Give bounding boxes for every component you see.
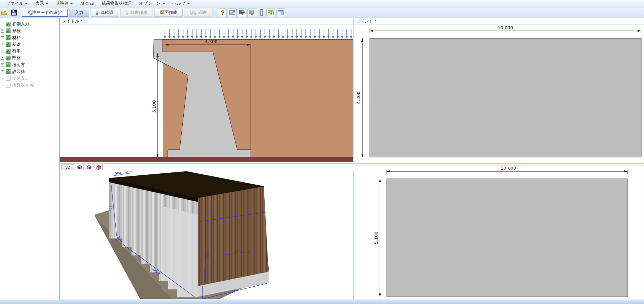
checkbox-checked-icon[interactable] <box>6 49 11 54</box>
tree-item-label: 基礎 <box>12 42 21 48</box>
load-arrows <box>163 29 353 39</box>
menu-ai-chat-label: AI Chat <box>80 1 95 6</box>
comment-bar: コメント： <box>354 18 644 24</box>
checkbox-unchecked-icon <box>6 76 11 81</box>
mode-button-group: 処理モードの選択 入力 計算確認 計算書作成 図面作成 設計調書 <box>21 8 214 17</box>
menu-bar: ファイル 表示 基準値 AI Chat 成果物形状検証 オプション ヘルプ <box>0 0 644 7</box>
window-layout-icon[interactable] <box>276 8 285 17</box>
menu-view-label: 表示 <box>35 1 44 6</box>
menu-ai-chat[interactable]: AI Chat <box>77 1 98 7</box>
tree-item-label: 全体安定 <box>12 76 29 81</box>
dim-arrow-down <box>379 293 381 297</box>
expand-plus-icon[interactable] <box>1 63 4 66</box>
mode-calc-check-button[interactable]: 計算確認 <box>90 9 119 17</box>
dim-text-width: 10.000 <box>501 166 516 171</box>
tree-stub <box>1 78 4 79</box>
tree-item-allowable[interactable]: 許容値 <box>0 68 59 75</box>
soil-surface-line <box>163 39 353 40</box>
tree-item-load[interactable]: 荷重 <box>0 48 59 55</box>
save-icon[interactable] <box>10 8 18 17</box>
expand-plus-icon[interactable] <box>1 50 4 53</box>
help-icon[interactable]: ? <box>218 8 227 17</box>
chevron-down-icon <box>45 3 48 4</box>
svg-text:700: 700 <box>203 271 207 277</box>
open-icon[interactable] <box>1 8 9 17</box>
tree-item-label: 形状 <box>12 28 21 34</box>
tree-stub <box>1 85 4 86</box>
chevron-down-icon <box>25 3 28 4</box>
checkbox-checked-icon[interactable] <box>6 22 11 26</box>
checkbox-checked-icon[interactable] <box>6 56 11 60</box>
dim-arrow-left <box>387 170 390 172</box>
menu-file[interactable]: ファイル <box>3 0 31 7</box>
hatch-edit-icon[interactable] <box>247 8 256 17</box>
mode-select-button[interactable]: 処理モードの選択 <box>22 9 68 17</box>
tree-item-overall-stability: 全体安定 <box>0 75 59 82</box>
menu-shape-verification-label: 成果物形状検証 <box>102 1 132 6</box>
dim-text-width: 10.000 <box>498 25 513 30</box>
expand-plus-icon[interactable] <box>1 36 4 39</box>
tree-item-shape[interactable]: 形状 <box>0 27 59 34</box>
dim-text-height: 5.100 <box>152 100 157 113</box>
color-palette-edit-icon[interactable] <box>238 8 246 17</box>
cube-left-face-red-icon[interactable] <box>76 164 84 170</box>
plan-bottom-drawing: 10.000 5.100 <box>354 166 644 300</box>
checkbox-unchecked-icon <box>6 83 11 88</box>
mode-report-button: 計算書作成 <box>120 9 153 17</box>
soil-wood-face <box>198 186 268 286</box>
dim-text-height: 5.100 <box>374 231 379 244</box>
tree-item-member[interactable]: 部材 <box>0 55 59 61</box>
plan-top-canvas[interactable]: 10.000 4.300 <box>354 24 644 164</box>
dim-arrow-right <box>624 170 627 172</box>
ruler-icon[interactable] <box>257 8 265 17</box>
mode-input-button[interactable]: 入力 <box>69 9 89 17</box>
expand-plus-icon[interactable] <box>1 43 4 46</box>
menu-options[interactable]: オプション <box>136 0 168 7</box>
dim-arrow-right <box>638 30 641 32</box>
table-glyph <box>268 10 274 15</box>
expand-plus-icon[interactable] <box>1 30 4 33</box>
tree-item-improvement-depth: 改良深さ,幅 <box>0 82 59 89</box>
checkbox-checked-icon[interactable] <box>6 35 11 40</box>
section-view-canvas[interactable]: 4.300 5.100 <box>60 24 354 164</box>
checkbox-checked-icon[interactable] <box>6 28 11 33</box>
mode-drawing-button[interactable]: 図面作成 <box>154 9 183 17</box>
plan-bottom-canvas[interactable]: 10.000 5.100 <box>354 166 644 300</box>
navigation-tree: 初期入力 形状 材料 基礎 荷重 部材 考え方 許容値 全体安定 改良深さ,幅 <box>0 18 60 300</box>
table-icon[interactable] <box>266 8 275 17</box>
hatch-glyph <box>249 10 255 15</box>
view3d-mode-button[interactable]: 3D <box>61 164 74 170</box>
tree-item-label: 考え方 <box>12 62 25 68</box>
menu-file-label: ファイル <box>6 1 23 6</box>
plan-rectangle <box>387 179 627 297</box>
checkbox-checked-icon[interactable] <box>6 62 11 67</box>
view3d-canvas[interactable]: 300 1300 4300 250 5100 700 3000 6000 100… <box>60 171 354 300</box>
view3d-toolbar: 3D <box>60 164 354 171</box>
menu-help[interactable]: ヘルプ <box>169 0 193 7</box>
dim-arrow-left <box>370 30 373 32</box>
expand-plus-icon[interactable] <box>1 70 4 73</box>
tree-item-initial-input[interactable]: 初期入力 <box>0 21 59 27</box>
title-label: タイトル： <box>62 19 84 23</box>
menu-shape-verification[interactable]: 成果物形状検証 <box>98 0 135 7</box>
dim-text-height: 4.300 <box>356 91 361 104</box>
tree-item-material[interactable]: 材料 <box>0 34 59 41</box>
checkbox-checked-icon[interactable] <box>6 69 11 74</box>
menu-standards[interactable]: 基準値 <box>52 0 76 7</box>
cube-glyph <box>86 165 92 170</box>
mode-design-doc-button: 設計調書 <box>184 9 213 17</box>
main-toolbar: 処理モードの選択 入力 計算確認 計算書作成 図面作成 設計調書 ? <box>0 7 644 18</box>
floppy-glyph <box>11 10 17 16</box>
expand-plus-icon[interactable] <box>1 57 4 60</box>
view3d-render: 300 1300 4300 250 5100 700 3000 6000 100… <box>60 171 353 299</box>
chevron-down-icon <box>162 3 165 4</box>
cube-top-face-red-icon[interactable] <box>95 164 103 170</box>
comment-card-icon[interactable] <box>228 8 237 17</box>
status-strip <box>0 300 644 304</box>
tree-item-approach[interactable]: 考え方 <box>0 61 59 68</box>
menu-view[interactable]: 表示 <box>32 0 52 7</box>
checkbox-checked-icon[interactable] <box>6 42 11 47</box>
tree-item-foundation[interactable]: 基礎 <box>0 41 59 48</box>
cube-right-face-red-icon[interactable] <box>85 164 93 170</box>
dim-arrow-up <box>361 38 363 42</box>
